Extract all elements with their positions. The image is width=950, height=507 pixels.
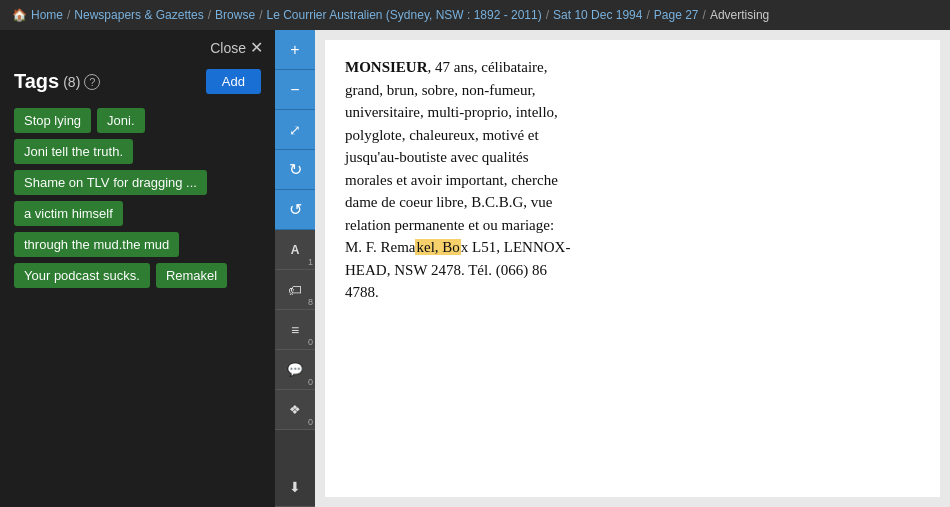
- tag-item[interactable]: Your podcast sucks.: [14, 263, 150, 288]
- tags-panel: Close ✕ Tags (8) ? Add Stop lyingJoni.Jo…: [0, 30, 275, 507]
- tag-item[interactable]: Shame on TLV for dragging ...: [14, 170, 207, 195]
- tag-item[interactable]: a victim himself: [14, 201, 123, 226]
- tags-count: (8): [63, 74, 80, 90]
- comment-tool-badge: 0: [308, 377, 313, 387]
- tags-list: Stop lyingJoni.Joni tell the truth.Shame…: [0, 104, 275, 292]
- tag-item[interactable]: Joni tell the truth.: [14, 139, 133, 164]
- breadcrumb-date[interactable]: Sat 10 Dec 1994: [553, 8, 642, 22]
- tag-tool-badge: 8: [308, 297, 313, 307]
- text-tool-badge: 1: [308, 257, 313, 267]
- document-area: MONSIEUR, 47 ans, célibataire, grand, br…: [315, 30, 950, 507]
- layers-tool-badge: 0: [308, 417, 313, 427]
- tags-title: Tags: [14, 70, 59, 93]
- tag-tool-button[interactable]: 🏷 8: [275, 270, 315, 310]
- zoom-out-button[interactable]: −: [275, 70, 315, 110]
- text-tool-icon: A: [291, 243, 300, 257]
- document-content: MONSIEUR, 47 ans, célibataire, grand, br…: [325, 40, 940, 497]
- tag-item[interactable]: Remakel: [156, 263, 227, 288]
- comment-icon: 💬: [287, 362, 303, 377]
- download-button[interactable]: ⬇: [275, 467, 315, 507]
- breadcrumb-page[interactable]: Page 27: [654, 8, 699, 22]
- undo-icon: ↺: [289, 200, 302, 219]
- breadcrumb-browse[interactable]: Browse: [215, 8, 255, 22]
- tag-icon: 🏷: [288, 282, 302, 298]
- breadcrumb-home[interactable]: Home: [31, 8, 63, 22]
- list-icon: ≡: [291, 322, 299, 338]
- close-label: Close: [210, 40, 246, 56]
- comment-tool-button[interactable]: 💬 0: [275, 350, 315, 390]
- tag-item[interactable]: through the mud.the mud: [14, 232, 179, 257]
- breadcrumb: 🏠 Home / Newspapers & Gazettes / Browse …: [0, 0, 950, 30]
- help-icon[interactable]: ?: [84, 74, 100, 90]
- close-icon: ✕: [250, 38, 263, 57]
- tag-item[interactable]: Joni.: [97, 108, 144, 133]
- zoom-in-icon: +: [290, 41, 299, 59]
- fullscreen-button[interactable]: ⤢: [275, 110, 315, 150]
- breadcrumb-publication[interactable]: Le Courrier Australien (Sydney, NSW : 18…: [266, 8, 541, 22]
- tags-header: Tags (8) ? Add: [0, 65, 275, 104]
- fullscreen-icon: ⤢: [289, 122, 301, 138]
- breadcrumb-newspapers[interactable]: Newspapers & Gazettes: [74, 8, 203, 22]
- highlight-text: kel, Bo: [415, 239, 460, 255]
- rotate-icon: ↻: [289, 160, 302, 179]
- zoom-in-button[interactable]: +: [275, 30, 315, 70]
- text-tool-button[interactable]: A 1: [275, 230, 315, 270]
- close-bar[interactable]: Close ✕: [0, 30, 275, 65]
- home-icon: 🏠: [12, 8, 27, 22]
- toolbar-strip: + − ⤢ ↻ ↺ A 1 🏷 8 ≡ 0 💬 0 ❖: [275, 30, 315, 507]
- document-text: MONSIEUR, 47 ans, célibataire, grand, br…: [345, 56, 920, 304]
- zoom-out-icon: −: [290, 81, 299, 99]
- tag-item[interactable]: Stop lying: [14, 108, 91, 133]
- layers-tool-button[interactable]: ❖ 0: [275, 390, 315, 430]
- layers-icon: ❖: [289, 402, 301, 417]
- add-tag-button[interactable]: Add: [206, 69, 261, 94]
- rotate-button[interactable]: ↻: [275, 150, 315, 190]
- undo-button[interactable]: ↺: [275, 190, 315, 230]
- list-tool-button[interactable]: ≡ 0: [275, 310, 315, 350]
- breadcrumb-section: Advertising: [710, 8, 769, 22]
- list-tool-badge: 0: [308, 337, 313, 347]
- download-icon: ⬇: [289, 479, 301, 495]
